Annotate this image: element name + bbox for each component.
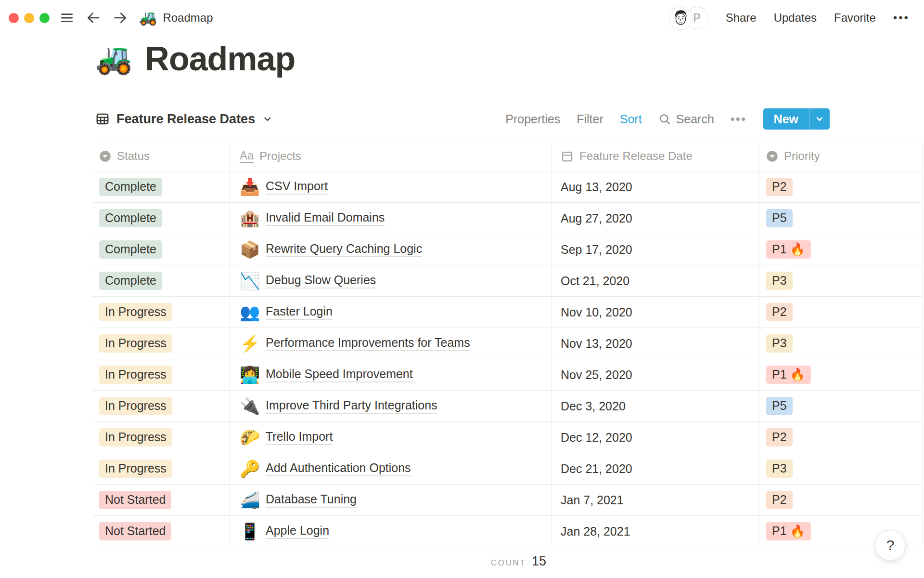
share-button[interactable]: Share <box>726 11 757 25</box>
project-page-link[interactable]: 📥CSV Import <box>240 179 328 195</box>
release-date-cell[interactable]: Jan 28, 2021 <box>552 516 759 547</box>
status-cell[interactable]: Not Started <box>93 485 230 515</box>
project-page-link[interactable]: 👥Faster Login <box>240 304 333 320</box>
project-cell[interactable]: 📦Rewrite Query Caching Logic <box>230 234 552 265</box>
release-date-cell[interactable]: Dec 12, 2020 <box>552 422 759 453</box>
project-cell[interactable]: 🏨Invalid Email Domains <box>230 203 552 234</box>
search-button[interactable]: Search <box>658 112 714 126</box>
status-cell[interactable]: In Progress <box>93 328 230 359</box>
status-badge: Complete <box>99 240 162 258</box>
view-switcher[interactable]: Feature Release Dates <box>95 112 273 127</box>
status-cell[interactable]: In Progress <box>93 359 230 390</box>
status-cell[interactable]: Complete <box>93 203 230 234</box>
project-page-link[interactable]: 👩‍💻Mobile Speed Improvement <box>240 367 413 383</box>
priority-cell[interactable]: P2 <box>759 171 923 202</box>
status-badge: Not Started <box>99 522 171 540</box>
status-badge: In Progress <box>99 303 172 321</box>
project-page-link[interactable]: 🔑Add Authentication Options <box>240 460 411 477</box>
project-cell[interactable]: 👩‍💻Mobile Speed Improvement <box>230 359 552 390</box>
new-button[interactable]: New <box>763 108 830 130</box>
project-cell[interactable]: 🔌Improve Third Party Integrations <box>230 391 552 421</box>
project-page-link[interactable]: 🏨Invalid Email Domains <box>240 210 385 226</box>
status-cell[interactable]: In Progress <box>93 391 230 421</box>
release-date-cell[interactable]: Jan 7, 2021 <box>552 485 759 515</box>
project-page-link[interactable]: ⚡Performance Improvements for Teams <box>240 335 470 352</box>
filter-button[interactable]: Filter <box>577 112 603 126</box>
updates-button[interactable]: Updates <box>774 11 817 25</box>
priority-cell[interactable]: P5 <box>759 391 923 421</box>
minimize-window-button[interactable] <box>24 13 34 23</box>
project-page-link[interactable]: 📉Debug Slow Queries <box>240 273 376 289</box>
project-cell[interactable]: 📱Apple Login <box>230 516 552 547</box>
priority-badge: P1 🔥 <box>766 366 811 383</box>
back-button[interactable] <box>85 10 102 26</box>
column-header-projects[interactable]: AaProjects <box>230 141 552 171</box>
project-cell[interactable]: 📥CSV Import <box>230 171 552 202</box>
project-page-link[interactable]: 📱Apple Login <box>240 523 329 539</box>
chevron-down-icon <box>262 113 273 125</box>
status-cell[interactable]: Not Started <box>93 516 230 547</box>
project-page-link[interactable]: 📦Rewrite Query Caching Logic <box>240 241 422 258</box>
status-cell[interactable]: In Progress <box>93 453 230 484</box>
priority-cell[interactable]: P3 <box>759 328 923 359</box>
project-cell[interactable]: ⚡Performance Improvements for Teams <box>230 328 552 359</box>
help-button[interactable]: ? <box>875 530 906 561</box>
release-date-cell[interactable]: Dec 21, 2020 <box>552 453 759 484</box>
priority-cell[interactable]: P2 <box>759 297 923 328</box>
project-cell[interactable]: 🔑Add Authentication Options <box>230 453 552 484</box>
release-date-cell[interactable]: Dec 3, 2020 <box>552 391 759 421</box>
status-cell[interactable]: In Progress <box>93 422 230 453</box>
more-options-icon[interactable]: ••• <box>893 11 910 25</box>
table-header-row: StatusAaProjectsFeature Release DatePrio… <box>93 141 923 171</box>
zoom-window-button[interactable] <box>39 13 50 23</box>
new-button-label[interactable]: New <box>763 108 809 130</box>
project-name: Debug Slow Queries <box>266 273 376 289</box>
project-page-link[interactable]: 🌮Trello Import <box>240 429 333 446</box>
toolbar-more-icon[interactable]: ••• <box>731 112 747 126</box>
project-page-link[interactable]: 🚄Database Tuning <box>240 492 357 508</box>
project-cell[interactable]: 🌮Trello Import <box>230 422 552 453</box>
status-cell[interactable]: Complete <box>93 234 230 265</box>
status-cell[interactable]: In Progress <box>93 297 230 328</box>
project-emoji-icon: 👩‍💻 <box>240 367 259 383</box>
page-title[interactable]: Roadmap <box>145 39 295 78</box>
project-cell[interactable]: 🚄Database Tuning <box>230 485 552 515</box>
priority-cell[interactable]: P3 <box>759 453 923 484</box>
page-icon-tractor[interactable]: 🚜 <box>95 44 132 74</box>
release-date-cell[interactable]: Oct 21, 2020 <box>552 265 759 296</box>
favorite-button[interactable]: Favorite <box>834 11 876 25</box>
forward-button[interactable] <box>112 10 128 26</box>
status-cell[interactable]: Complete <box>93 265 230 296</box>
status-badge: In Progress <box>99 428 172 446</box>
priority-cell[interactable]: P1 🔥 <box>759 359 923 390</box>
release-date-cell[interactable]: Sep 17, 2020 <box>552 234 759 265</box>
row-count[interactable]: COUNT 15 <box>491 554 546 569</box>
priority-cell[interactable]: P2 <box>759 485 923 515</box>
column-header-priority[interactable]: Priority <box>759 141 923 171</box>
release-date-cell[interactable]: Aug 13, 2020 <box>552 171 759 202</box>
priority-cell[interactable]: P5 <box>759 203 923 234</box>
project-page-link[interactable]: 🔌Improve Third Party Integrations <box>240 398 437 414</box>
breadcrumb[interactable]: 🚜 Roadmap <box>139 11 213 25</box>
release-date-cell[interactable]: Nov 13, 2020 <box>552 328 759 359</box>
close-window-button[interactable] <box>9 13 19 23</box>
viewer-avatars[interactable]: P <box>669 7 708 29</box>
priority-cell[interactable]: P2 <box>759 422 923 453</box>
properties-button[interactable]: Properties <box>505 112 560 126</box>
arrow-right-icon <box>112 10 128 26</box>
priority-cell[interactable]: P3 <box>759 265 923 296</box>
project-cell[interactable]: 📉Debug Slow Queries <box>230 265 552 296</box>
release-date-cell[interactable]: Nov 25, 2020 <box>552 359 759 390</box>
column-header-status[interactable]: Status <box>93 141 230 171</box>
avatar-portrait <box>669 7 692 29</box>
project-cell[interactable]: 👥Faster Login <box>230 297 552 328</box>
release-date-cell[interactable]: Nov 10, 2020 <box>552 297 759 328</box>
column-header-feature-release-date[interactable]: Feature Release Date <box>552 141 759 171</box>
release-date: Nov 25, 2020 <box>561 368 632 382</box>
sidebar-menu-button[interactable] <box>59 10 75 26</box>
release-date-cell[interactable]: Aug 27, 2020 <box>552 203 759 234</box>
priority-cell[interactable]: P1 🔥 <box>759 234 923 265</box>
new-button-chevron[interactable] <box>809 108 830 130</box>
sort-button[interactable]: Sort <box>620 112 642 126</box>
status-cell[interactable]: Complete <box>93 171 230 202</box>
